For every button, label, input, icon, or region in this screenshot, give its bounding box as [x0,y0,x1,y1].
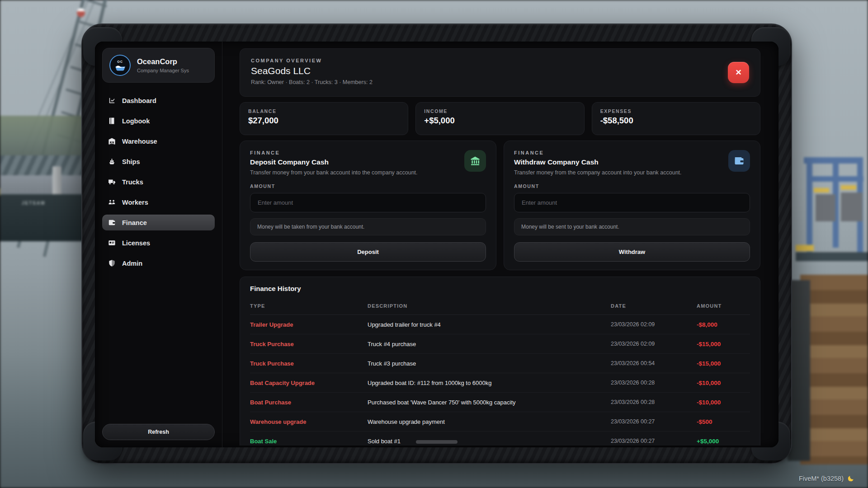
company-name: SeaGods LLC [251,66,373,76]
brand-subtitle: Company Manager Sys [137,68,189,73]
sidebar-item-workers[interactable]: Workers [102,194,215,210]
history-type: Boat Purchase [250,399,368,406]
sidebar-item-label: Dashboard [122,97,156,104]
col-description: DESCRIPTION [368,299,611,314]
sidebar-item-label: Trucks [122,178,143,186]
sidebar-item-logbook[interactable]: Logbook [102,113,215,129]
deposit-button[interactable]: Deposit [250,242,486,262]
history-description: Upgraded trailer for truck #4 [368,321,611,328]
history-description: Sold boat #1 [368,438,611,445]
balance-label: BALANCE [248,108,400,114]
company-logo: OC [109,55,131,76]
bridge-silhouette [0,116,93,155]
history-date: 23/03/2026 02:09 [611,321,697,328]
col-amount: AMOUNT [697,299,750,314]
history-amount: -$10,000 [697,399,750,406]
bridge-truss [0,155,93,175]
history-row: Truck Purchase Truck #4 purchase 23/03/2… [250,334,750,354]
overview-kicker: COMPANY OVERVIEW [251,58,373,63]
balance-value: $27,000 [248,116,400,126]
history-type: Truck Purchase [250,360,368,367]
expenses-label: EXPENSES [600,108,752,114]
bank-icon [470,155,481,166]
history-row: Truck Purchase Truck #3 purchase 23/03/2… [250,354,750,373]
deposit-amount-label: AMOUNT [250,183,486,189]
history-amount: +$5,000 [697,438,750,445]
sidebar-item-licenses[interactable]: Licenses [102,235,215,251]
deposit-amount-input[interactable] [250,193,486,212]
history-amount: -$500 [697,418,750,425]
history-description: Upgraded boat ID: #112 from 1000kg to 60… [368,380,611,386]
logo-initials: OC [117,60,123,63]
tablet-device: OC OceanCorp Company Manager Sys [81,23,792,464]
history-date: 23/03/2026 00:54 [611,360,697,366]
brand-card: OC OceanCorp Company Manager Sys [102,48,215,83]
history-table-header: TYPE DESCRIPTION DATE AMOUNT [250,299,750,315]
sidebar-item-finance[interactable]: Finance [102,215,215,230]
expenses-value: -$58,500 [600,116,752,126]
fivem-watermark: FiveM* (b3258) [799,475,854,482]
warehouse-icon [108,137,116,145]
history-description: Truck #4 purchase [368,341,611,347]
sidebar-item-label: Finance [122,219,147,226]
main-content: COMPANY OVERVIEW SeaGods LLC Rank: Owner… [222,42,778,447]
history-description: Purchased boat 'Wave Dancer 750' with 50… [368,399,611,406]
sidebar-item-admin[interactable]: Admin [102,255,215,271]
stats-row: BALANCE $27,000 INCOME +$5,000 EXPENSES … [240,102,760,135]
sidebar-item-dashboard[interactable]: Dashboard [102,93,215,108]
history-table-body: Trailer Upgrade Upgraded trailer for tru… [250,315,750,446]
sidebar-item-warehouse[interactable]: Warehouse [102,133,215,149]
ship-name-text: JETSAM [22,201,46,206]
ship-hull: JETSAM [0,194,87,241]
history-row: Boat Capacity Upgrade Upgraded boat ID: … [250,373,750,393]
withdraw-description: Transfer money from the company account … [514,169,750,176]
history-amount: -$15,000 [697,341,750,347]
sidebar-item-trucks[interactable]: Trucks [102,174,215,190]
history-type: Trailer Upgrade [250,321,368,328]
sidebar-item-ships[interactable]: Ships [102,154,215,169]
company-overview-text: COMPANY OVERVIEW SeaGods LLC Rank: Owner… [251,58,373,87]
id-card-icon [108,239,116,247]
ship-icon [108,158,116,165]
income-card: INCOME +$5,000 [415,102,584,135]
deposit-card: FINANCE Deposit Company Cash Transfer mo… [240,141,496,270]
sidebar: OC OceanCorp Company Manager Sys [95,42,222,447]
history-type: Warehouse upgrade [250,418,368,425]
history-row: Boat Sale Sold boat #1 23/03/2026 00:27 … [250,432,750,446]
workers-icon [108,198,116,206]
sidebar-nav: Dashboard Logbook Warehouse Ships [102,93,215,276]
chimney [52,166,61,194]
income-label: INCOME [424,108,576,114]
withdraw-note: Money will be sent to your bank account. [514,218,750,235]
finance-actions-row: FINANCE Deposit Company Cash Transfer mo… [240,141,760,270]
withdraw-title: Withdraw Company Cash [514,158,750,166]
withdraw-kicker: FINANCE [514,150,750,155]
truck-icon [108,178,116,186]
screenshot-stage: JETSAM [0,0,868,488]
col-date: DATE [611,299,697,314]
book-icon [108,117,116,125]
balance-card: BALANCE $27,000 [240,102,408,135]
history-description: Truck #3 purchase [368,360,611,367]
history-amount: -$10,000 [697,380,750,386]
history-type: Boat Sale [250,438,368,445]
history-date: 23/03/2026 02:09 [611,341,697,347]
withdraw-amount-input[interactable] [514,193,750,212]
history-description: Warehouse upgrade payment [368,418,611,425]
tablet-screen: OC OceanCorp Company Manager Sys [95,42,778,447]
col-type: TYPE [250,299,368,314]
history-row: Warehouse upgrade Warehouse upgrade paym… [250,412,750,432]
dock-wall [800,275,868,465]
moon-icon [847,475,854,482]
crane-hook-ball [77,8,85,17]
sidebar-item-label: Warehouse [122,138,157,145]
boat-logo-icon [114,64,126,71]
drag-handle[interactable] [416,440,458,444]
close-button[interactable]: ✕ [728,62,749,83]
refresh-button[interactable]: Refresh [102,424,215,440]
sidebar-item-label: Workers [122,199,148,206]
history-date: 23/03/2026 00:27 [611,438,697,444]
history-date: 23/03/2026 00:28 [611,399,697,405]
withdraw-button[interactable]: Withdraw [514,242,750,262]
withdraw-badge [728,150,750,172]
